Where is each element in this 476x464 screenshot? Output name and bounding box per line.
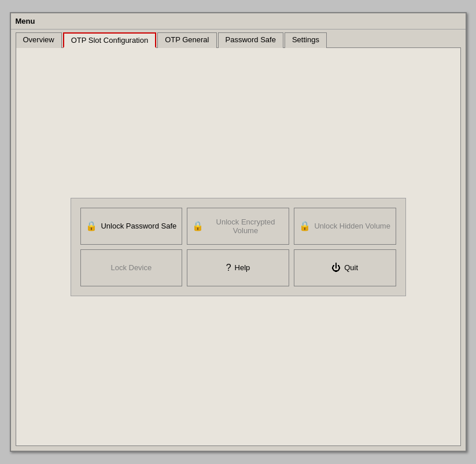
help-button[interactable]: ? Help (187, 249, 289, 286)
tab-overview[interactable]: Overview (16, 32, 62, 48)
power-icon: ⏻ (331, 263, 341, 273)
quit-button[interactable]: ⏻ Quit (294, 249, 396, 286)
window-title: Menu (16, 17, 35, 25)
unlock-hidden-volume-button[interactable]: 🔒 Unlock Hidden Volume (294, 208, 396, 245)
tab-settings[interactable]: Settings (285, 32, 327, 48)
help-icon: ? (226, 263, 231, 273)
lock-icon-1: 🔒 (86, 220, 97, 231)
lock-icon-3: 🔒 (299, 220, 311, 231)
tab-content: 🔒 Unlock Password Safe 🔒 Unlock Encrypte… (16, 47, 461, 446)
tab-otp-slot-config[interactable]: OTP Slot Configuration (63, 32, 156, 48)
lock-icon-2: 🔒 (192, 220, 204, 231)
window-titlebar: Menu (11, 13, 466, 30)
button-row-1: 🔒 Unlock Password Safe 🔒 Unlock Encrypte… (80, 208, 396, 245)
unlock-password-safe-button[interactable]: 🔒 Unlock Password Safe (80, 208, 183, 245)
tab-bar: Overview OTP Slot Configuration OTP Gene… (11, 30, 466, 47)
main-window: Menu Overview OTP Slot Configuration OTP… (10, 12, 467, 452)
button-row-2: Lock Device ? Help ⏻ Quit (80, 249, 396, 286)
tab-otp-general[interactable]: OTP General (157, 32, 216, 48)
lock-device-button[interactable]: Lock Device (80, 249, 183, 286)
button-grid: 🔒 Unlock Password Safe 🔒 Unlock Encrypte… (71, 198, 406, 296)
tab-password-safe[interactable]: Password Safe (218, 32, 283, 48)
unlock-encrypted-volume-button[interactable]: 🔒 Unlock Encrypted Volume (187, 208, 289, 245)
